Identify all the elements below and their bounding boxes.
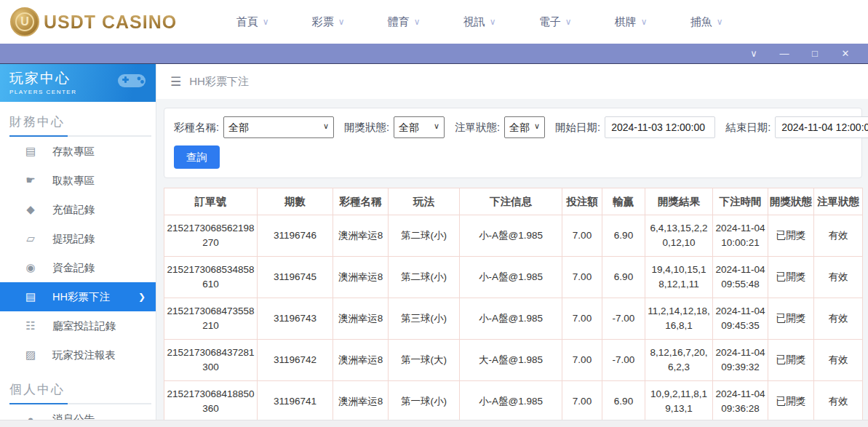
collapse-chevron-icon[interactable]: ∨ — [738, 44, 769, 64]
table-cell: 2024-11-04 09:36:28 — [713, 381, 768, 423]
table-cell: 已開獎 — [768, 215, 814, 257]
table-cell: 有效 — [814, 257, 863, 298]
nav-item[interactable]: 首頁∨ — [215, 15, 290, 29]
sidebar-item-廳室投註記錄[interactable]: ☷廳室投註記錄❯ — [0, 311, 156, 340]
table-cell: 7.00 — [562, 381, 602, 423]
column-header: 下注時間 — [713, 188, 768, 215]
gamepad-icon — [115, 68, 148, 96]
table-cell: 6.90 — [602, 381, 645, 423]
sidebar-item-玩家投注報表[interactable]: ▨玩家投注報表❯ — [0, 340, 156, 370]
table-cell: 第二球(小) — [389, 257, 460, 298]
order-status-label: 注單狀態: — [455, 121, 500, 135]
sidebar-item-label: 提現記錄 — [52, 232, 95, 246]
sidebar-item-label: 玩家投注報表 — [52, 348, 116, 362]
table-row: 215217306853485861031196745澳洲幸运8第二球(小)小-… — [164, 257, 863, 298]
column-header: 投注額 — [562, 188, 602, 215]
table-row: 215217306856219827031196746澳洲幸运8第二球(小)小-… — [164, 215, 863, 257]
table-cell: -7.00 — [602, 340, 645, 381]
sidebar-menu: 財務中心▤存款專區❯☛取款專區❯◆充值記錄❯▱提現記錄❯◉資金記錄❯▤HH彩票下… — [0, 102, 156, 427]
nav-label: 電子 — [539, 15, 561, 29]
order-status-select[interactable]: 全部 — [504, 116, 545, 138]
table-cell: 小-A盤@1.985 — [460, 381, 562, 423]
sidebar-section-heading: 個人中心 — [0, 370, 156, 404]
sidebar-item-資金記錄[interactable]: ◉資金記錄❯ — [0, 253, 156, 282]
table-cell: 澳洲幸运8 — [333, 215, 389, 257]
sidebar-item-充值記錄[interactable]: ◆充值記錄❯ — [0, 195, 156, 224]
table-cell: 2024-11-04 09:55:48 — [713, 257, 768, 298]
table-cell: 2152173068473558210 — [164, 298, 258, 340]
nav-item[interactable]: 捕魚∨ — [669, 15, 744, 29]
sidebar-item-label: 資金記錄 — [52, 261, 95, 275]
sidebar-item-label: 充值記錄 — [52, 203, 95, 217]
start-date-input[interactable] — [605, 116, 715, 138]
table-cell: 8,12,16,7,20,6,2,3 — [645, 340, 713, 381]
sidebar-item-label: 廳室投註記錄 — [52, 319, 116, 333]
column-header: 訂單號 — [164, 188, 258, 215]
draw-status-select[interactable]: 全部 — [394, 116, 445, 138]
horizontal-scrollbar[interactable] — [0, 420, 868, 427]
column-header: 玩法 — [389, 188, 460, 215]
table-cell: 小-A盤@1.985 — [460, 215, 562, 257]
close-icon[interactable]: ✕ — [830, 44, 861, 64]
report-icon: ▨ — [24, 348, 37, 362]
logo-monogram: U — [15, 12, 34, 31]
table-cell: 澳洲幸运8 — [333, 298, 389, 340]
nav-label: 視訊 — [463, 15, 485, 29]
table-cell: 10,9,2,11,8,19,13,1 — [645, 381, 713, 423]
table-cell: 澳洲幸运8 — [333, 340, 389, 381]
sidebar-item-存款專區[interactable]: ▤存款專區❯ — [0, 137, 156, 166]
table-cell: 澳洲幸运8 — [333, 257, 389, 298]
table-cell: 6.90 — [602, 257, 645, 298]
sidebar: 玩家中心 PLAYERS CENTER 財務中心▤存款專區❯☛取款專區❯◆充值記… — [0, 64, 156, 427]
table-cell: 有效 — [814, 215, 863, 257]
search-button[interactable]: 查詢 — [174, 145, 220, 169]
sidebar-section-title: 財務中心 — [9, 113, 156, 130]
table-cell: 7.00 — [562, 298, 602, 340]
coin-icon: ◉ — [24, 261, 37, 274]
breadcrumb: ☰ HH彩票下注 — [156, 64, 868, 99]
nav-item[interactable]: 視訊∨ — [442, 15, 517, 29]
ticket-icon: ▤ — [24, 290, 37, 303]
logo[interactable]: U USDT CASINO — [10, 7, 177, 36]
table-cell: 已開獎 — [768, 340, 814, 381]
nav-item[interactable]: 棋牌∨ — [593, 15, 669, 29]
window-titlebar: ∨—□✕ — [0, 44, 868, 64]
table-cell: 第一球(大) — [389, 340, 460, 381]
start-date-label: 開始日期: — [555, 121, 600, 135]
table-header-row: 訂單號期數彩種名稱玩法下注信息投注額輸贏開獎結果下注時間開獎狀態注單狀態 — [164, 188, 863, 215]
nav-label: 彩票 — [312, 15, 334, 29]
sidebar-item-label: 取款專區 — [52, 174, 95, 188]
table-cell: 2024-11-04 09:39:32 — [713, 340, 768, 381]
sidebar-item-提現記錄[interactable]: ▱提現記錄❯ — [0, 224, 156, 253]
sidebar-item-HH彩票下注[interactable]: ▤HH彩票下注❯ — [0, 282, 156, 311]
sidebar-item-取款專區[interactable]: ☛取款專區❯ — [0, 166, 156, 195]
end-date-input[interactable] — [775, 116, 868, 138]
logo-text: USDT CASINO — [44, 12, 177, 33]
minimize-icon[interactable]: — — [769, 44, 800, 64]
nav-item[interactable]: 彩票∨ — [290, 15, 366, 29]
hamburger-menu-icon[interactable]: ☰ — [170, 74, 181, 89]
table-cell: 7.00 — [562, 257, 602, 298]
bets-table: 訂單號期數彩種名稱玩法下注信息投注額輸贏開獎結果下注時間開獎狀態注單狀態 215… — [164, 188, 863, 427]
table-cell: 已開獎 — [768, 381, 814, 423]
nav-item[interactable]: 電子∨ — [517, 15, 593, 29]
column-header: 下注信息 — [460, 188, 562, 215]
main-nav: 首頁∨彩票∨體育∨視訊∨電子∨棋牌∨捕魚∨ — [215, 15, 744, 29]
table-cell: 第一球(小) — [389, 381, 460, 423]
main-content: ☰ HH彩票下注 彩種名稱: 全部 開獎狀態: 全部 — [156, 64, 868, 427]
card-icon: ▤ — [24, 145, 37, 158]
table-cell: 2024-11-04 09:45:35 — [713, 298, 768, 340]
chevron-down-icon: ∨ — [641, 17, 648, 27]
table-cell: 31196741 — [258, 381, 333, 423]
lottery-name-select[interactable]: 全部 — [223, 116, 334, 138]
nav-item[interactable]: 體育∨ — [366, 15, 442, 29]
table-cell: 31196745 — [258, 257, 333, 298]
lottery-name-select-wrap: 全部 — [223, 116, 334, 138]
table-wrap: 訂單號期數彩種名稱玩法下注信息投注額輸贏開獎結果下注時間開獎狀態注單狀態 215… — [164, 188, 862, 427]
maximize-icon[interactable]: □ — [800, 44, 830, 64]
sidebar-item-label: 存款專區 — [52, 145, 95, 159]
table-cell: 11,2,14,12,18,16,8,1 — [645, 298, 713, 340]
table-cell: 大-A盤@1.985 — [460, 340, 562, 381]
logo-coin-icon: U — [10, 7, 39, 36]
table-cell: 澳洲幸运8 — [333, 381, 389, 423]
